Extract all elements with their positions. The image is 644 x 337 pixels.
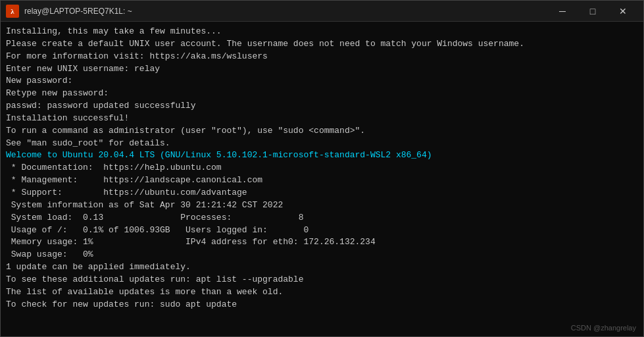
- maximize-button[interactable]: □: [578, 1, 608, 22]
- title-bar: λ relay@LAPTOP-5REQ7K1L: ~ ─ □ ✕: [1, 1, 643, 22]
- terminal-line: Please create a default UNIX user accoun…: [6, 38, 638, 51]
- terminal-line: Enter new UNIX username: relay: [6, 63, 638, 76]
- terminal-line: Welcome to Ubuntu 20.04.4 LTS (GNU/Linux…: [6, 149, 638, 162]
- terminal-line: Usage of /: 0.1% of 1006.93GB Users logg…: [6, 224, 638, 237]
- terminal-line: System load: 0.13 Processes: 8: [6, 212, 638, 224]
- app-icon: λ: [6, 5, 19, 18]
- terminal-line: * Management: https://landscape.canonica…: [6, 174, 638, 187]
- window-title: relay@LAPTOP-5REQ7K1L: ~: [24, 7, 547, 16]
- terminal-line: To check for new updates run: sudo apt u…: [6, 299, 638, 311]
- terminal-line: For more information visit: https://aka.…: [6, 51, 638, 63]
- terminal-line: Retype new password:: [6, 88, 638, 100]
- terminal-line: System information as of Sat Apr 30 21:2…: [6, 199, 638, 212]
- close-button[interactable]: ✕: [608, 1, 638, 22]
- terminal-line: Memory usage: 1% IPv4 address for eth0: …: [6, 236, 638, 249]
- terminal-window: λ relay@LAPTOP-5REQ7K1L: ~ ─ □ ✕ Install…: [0, 0, 644, 337]
- terminal-line: To run a command as administrator (user …: [6, 125, 638, 138]
- terminal-line: Swap usage: 0%: [6, 249, 638, 261]
- terminal-line: See "man sudo_root" for details.: [6, 138, 638, 150]
- terminal-output[interactable]: Installing, this may take a few minutes.…: [1, 22, 643, 336]
- app-icon-label: λ: [11, 7, 14, 15]
- terminal-line: New password:: [6, 75, 638, 88]
- terminal-line: * Support: https://ubuntu.com/advantage: [6, 187, 638, 199]
- terminal-line: Installing, this may take a few minutes.…: [6, 26, 638, 38]
- window-controls: ─ □ ✕: [547, 1, 638, 22]
- terminal-line: The list of available updates is more th…: [6, 286, 638, 299]
- terminal-line: Installation successful!: [6, 113, 638, 125]
- terminal-line: To see these additional updates run: apt…: [6, 274, 638, 286]
- terminal-line: 1 update can be applied immediately.: [6, 261, 638, 274]
- minimize-button[interactable]: ─: [547, 1, 578, 22]
- terminal-line: passwd: password updated successfully: [6, 100, 638, 113]
- watermark: CSDN @zhangrelay: [571, 324, 636, 332]
- terminal-line: * Documentation: https://help.ubuntu.com: [6, 162, 638, 174]
